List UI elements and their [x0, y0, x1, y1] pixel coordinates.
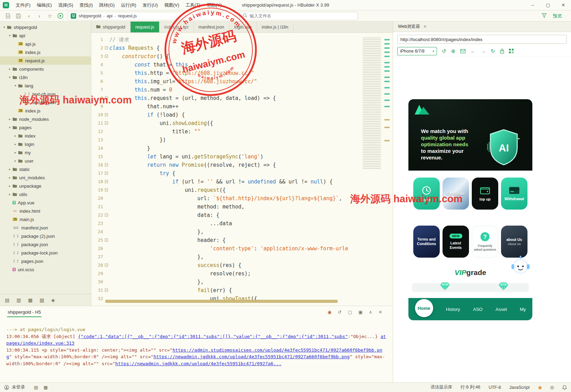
device-selector[interactable]: iPhone 6/7/8 ▾	[397, 47, 437, 55]
forward-icon[interactable]: ›	[35, 12, 44, 20]
tree-arrow-icon[interactable]: ▾	[8, 126, 12, 129]
tree-folder-components[interactable]: ▸components	[0, 65, 91, 73]
devices-icon[interactable]: ▧	[40, 297, 44, 303]
tree-arrow-icon[interactable]: ▾	[13, 84, 17, 87]
nav-item-my[interactable]: My	[520, 307, 526, 312]
nav-item-asset[interactable]: Asset	[495, 307, 507, 312]
menu-item[interactable]: 跳转(G)	[96, 0, 118, 10]
clear-icon[interactable]: ✕	[378, 309, 382, 315]
debug-icon[interactable]: ◉	[328, 309, 331, 315]
tree-folder-my[interactable]: ▸my	[0, 148, 91, 157]
menu-item[interactable]: 工具(T)	[182, 0, 204, 10]
tree-folder-api[interactable]: ▾api	[0, 31, 91, 40]
preview-button[interactable]: 预览	[553, 13, 562, 19]
maximize-button[interactable]: ▢	[540, 0, 556, 10]
tree-arrow-icon[interactable]: ▸	[13, 134, 17, 138]
outline-icon[interactable]: ▤	[34, 385, 38, 390]
screenshot-icon[interactable]	[460, 48, 466, 54]
fold-marker[interactable]	[103, 161, 109, 169]
console-link[interactable]: {"code":1,"data":[{"__ob__":{"dep":{"id"…	[78, 334, 348, 339]
fold-marker[interactable]	[103, 52, 109, 61]
stop-icon[interactable]: ▢	[348, 309, 352, 315]
menu-item[interactable]: 视图(V)	[161, 0, 182, 10]
app-tile-latest-events[interactable]: NEWLatest Events	[443, 226, 469, 258]
menu-item[interactable]: 运行(R)	[118, 0, 139, 10]
fold-marker[interactable]	[103, 261, 109, 269]
emulator-icon[interactable]: ▥	[16, 297, 21, 303]
tree-folder-login[interactable]: ▸login	[0, 140, 91, 148]
minimap[interactable]	[363, 38, 381, 170]
tree-arrow-icon[interactable]: ▾	[8, 34, 12, 37]
new-file-icon[interactable]	[3, 12, 13, 20]
console-link[interactable]: https://newadmin.jqdkkk.com/upload/4e3fe…	[115, 361, 281, 366]
close-button[interactable]: ✕	[556, 0, 571, 10]
tree-folder-static[interactable]: ▸static	[0, 165, 91, 173]
back-icon[interactable]: ‹	[24, 12, 33, 20]
tree-folder-index[interactable]: ▸index	[0, 132, 91, 140]
lock-icon[interactable]	[500, 48, 504, 54]
collapse-icon[interactable]: ∧	[369, 309, 373, 315]
app-tile-withdrawal[interactable]: Withdrawal	[501, 178, 527, 210]
tree-folder-uni_modules[interactable]: ▸uni_modules	[0, 173, 91, 182]
tree-arrow-icon[interactable]: ▸	[13, 159, 17, 163]
tree-folder-shippergold[interactable]: ▾shippergold	[0, 23, 91, 31]
tree-file-main.js[interactable]: JSmain.js	[0, 215, 91, 224]
menu-item[interactable]: 文件(F)	[13, 0, 34, 10]
tree-arrow-icon[interactable]: ▸	[8, 117, 12, 121]
tree-folder-lang[interactable]: ▾lang	[0, 81, 91, 90]
tab-index.js | api[interactable]: index.js | api	[159, 22, 194, 32]
close-icon[interactable]: ✕	[423, 24, 427, 29]
tree-file-index.js[interactable]: JSindex.js	[0, 48, 91, 56]
console-tab[interactable]: shippergold - H5	[7, 307, 41, 317]
plugins-icon[interactable]: ▦	[28, 297, 32, 303]
breadcrumb-item[interactable]: request.js	[118, 14, 137, 18]
tree-arrow-icon[interactable]: ▾	[8, 76, 12, 79]
tree-file-package (2).json[interactable]: [ ]package (2).json	[0, 232, 91, 240]
nav-item-home[interactable]: Home	[415, 299, 433, 317]
tree-file-request.js[interactable]: JSrequest.js	[0, 56, 91, 65]
fold-marker[interactable]	[103, 178, 109, 186]
menu-item[interactable]: 编辑(E)	[34, 0, 55, 10]
app-tile-frequently-asked-questions[interactable]: ?Frequently asked questions	[472, 226, 498, 258]
tree-arrow-icon[interactable]: ▸	[8, 184, 12, 188]
app-tile-top-up[interactable]: top up	[472, 178, 498, 210]
tree-file-manifest.json[interactable]: [o]manifest.json	[0, 224, 91, 232]
tab-index.js | i18n[interactable]: index.js | i18n	[257, 22, 294, 32]
tree-arrow-icon[interactable]: ▾	[2, 25, 6, 29]
qrcode-icon[interactable]	[509, 48, 514, 54]
fold-marker[interactable]	[103, 44, 109, 52]
save-icon[interactable]	[14, 12, 23, 20]
nav-item-aso[interactable]: ASO	[473, 307, 483, 312]
tree-arrow-icon[interactable]: ▸	[8, 167, 12, 171]
favorite-icon[interactable]: ☆	[45, 12, 54, 20]
tree-folder-node_modules[interactable]: ▸node_modules	[0, 115, 91, 123]
nav-back-icon[interactable]: ←	[470, 48, 476, 54]
login-status[interactable]: 未登录	[12, 384, 25, 390]
refresh-icon[interactable]: ↻	[491, 48, 495, 54]
status-item[interactable]: 行:6 列:46	[461, 384, 480, 390]
tree-file-index.html[interactable]: <>index.html	[0, 207, 91, 215]
rerun-icon[interactable]: ↺	[338, 309, 342, 315]
fold-marker[interactable]	[103, 169, 109, 178]
detach-icon[interactable]: ▣	[358, 309, 362, 315]
tab-request.js[interactable]: request.js	[131, 22, 159, 32]
app-tile-about-us[interactable]: about UsAbout Us	[501, 226, 527, 258]
menu-item[interactable]: 帮助(Y)	[203, 0, 225, 10]
tree-arrow-icon[interactable]: ▸	[8, 176, 12, 179]
status-item[interactable]: JavaScript	[509, 385, 530, 390]
tab-login.vue[interactable]: login.vue	[229, 22, 257, 32]
fold-marker[interactable]	[103, 111, 109, 119]
tree-folder-user[interactable]: ▸user	[0, 157, 91, 165]
tree-file-package-lock.json[interactable]: [ ]package-lock.json	[0, 249, 91, 257]
url-input[interactable]	[397, 35, 567, 44]
menu-item[interactable]: 选择(S)	[55, 0, 76, 10]
nav-item-history[interactable]: History	[446, 307, 460, 312]
fold-marker[interactable]	[103, 236, 109, 244]
menu-item[interactable]: 发行(U)	[139, 0, 161, 10]
tree-file-package.json[interactable]: [ ]package.json	[0, 240, 91, 249]
customer-service-mascot[interactable]	[511, 255, 530, 276]
fold-marker[interactable]	[103, 186, 109, 194]
tab-manifest.json[interactable]: manifest.json	[194, 22, 229, 32]
browser-tab-label[interactable]: Web浏览器	[398, 24, 420, 30]
app-tile-terms-and-conditions[interactable]: Terms and Conditions	[413, 226, 440, 258]
